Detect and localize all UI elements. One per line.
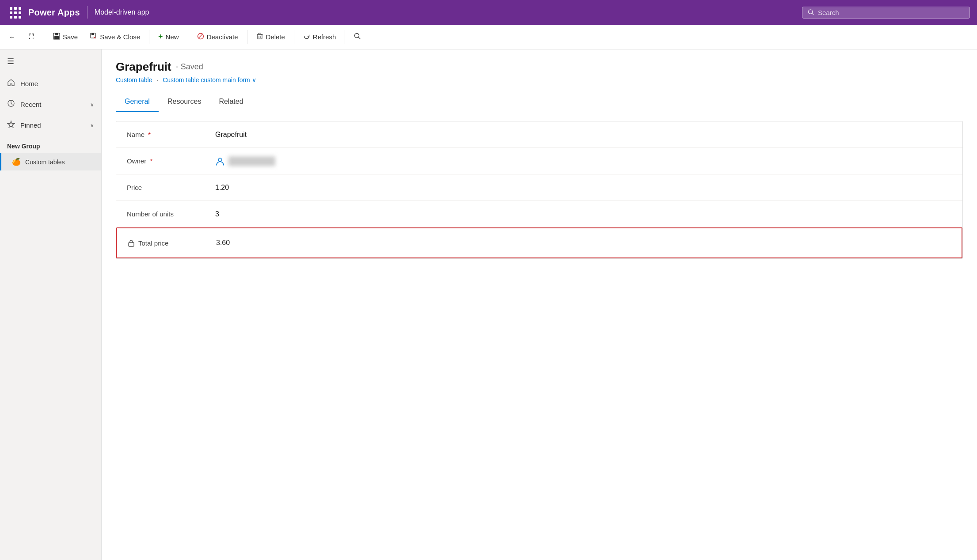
field-price-label: Price	[127, 184, 215, 191]
new-button[interactable]: + New	[153, 30, 184, 44]
sidebar-item-recent[interactable]: Recent ∨	[0, 94, 101, 115]
record-name: Grapefruit	[116, 60, 171, 74]
tab-related[interactable]: Related	[210, 92, 252, 112]
save-close-button[interactable]: Save & Close	[85, 30, 145, 44]
main-layout: ☰ Home Recent ∨	[0, 49, 977, 560]
tab-general-label: General	[125, 98, 150, 105]
search-records-button[interactable]	[349, 30, 366, 44]
pinned-icon	[7, 120, 15, 130]
delete-label: Delete	[266, 33, 285, 41]
field-owner-value[interactable]: OwnerName	[215, 156, 275, 166]
deactivate-icon	[197, 33, 204, 41]
field-total-price-row: Total price 3.60	[116, 227, 962, 258]
search-icon	[808, 9, 814, 16]
expand-icon	[28, 33, 35, 41]
custom-tables-label: Custom tables	[25, 159, 65, 166]
tab-general[interactable]: General	[116, 92, 159, 112]
field-name-value[interactable]: Grapefruit	[215, 131, 247, 139]
pinned-label: Pinned	[20, 121, 41, 129]
save-close-icon	[90, 33, 97, 42]
home-label: Home	[20, 80, 38, 87]
cmd-sep-2	[149, 30, 149, 44]
delete-icon	[256, 33, 263, 41]
sidebar-item-custom-tables[interactable]: 🍊 Custom tables	[0, 153, 101, 170]
svg-rect-3	[55, 33, 58, 35]
home-icon	[7, 79, 15, 89]
new-group-title: New Group	[0, 136, 101, 153]
field-total-price-value: 3.60	[216, 239, 230, 247]
svg-line-15	[359, 38, 361, 39]
field-owner-row: Owner * OwnerName	[116, 148, 962, 174]
svg-point-14	[355, 34, 359, 38]
cmd-sep-5	[294, 30, 294, 44]
record-tabs: General Resources Related	[116, 92, 963, 112]
refresh-label: Refresh	[313, 33, 336, 41]
field-total-price-label: Total price	[128, 239, 216, 247]
hamburger-button[interactable]: ☰	[0, 49, 101, 73]
command-bar: ← Save Save & Close +	[0, 25, 977, 49]
refresh-button[interactable]: Refresh	[298, 30, 342, 44]
field-units-value[interactable]: 3	[215, 210, 219, 218]
field-owner-required: *	[150, 157, 152, 165]
svg-rect-11	[259, 33, 261, 34]
expand-button[interactable]	[23, 30, 40, 44]
record-header: Grapefruit - Saved	[116, 60, 963, 74]
record-breadcrumb: Custom table · Custom table custom main …	[116, 76, 963, 83]
field-name-row: Name * Grapefruit	[116, 121, 962, 148]
search-records-icon	[354, 33, 361, 41]
svg-rect-18	[129, 242, 134, 246]
field-name-label: Name *	[127, 131, 215, 138]
sidebar-item-home[interactable]: Home	[0, 73, 101, 94]
field-name-required: *	[148, 131, 151, 138]
save-label: Save	[63, 33, 78, 41]
svg-rect-6	[91, 33, 94, 35]
delete-button[interactable]: Delete	[251, 30, 290, 44]
field-owner-label: Owner *	[127, 157, 215, 165]
recent-chevron-icon: ∨	[90, 102, 94, 108]
back-button[interactable]: ←	[4, 30, 21, 43]
owner-person-icon	[215, 156, 225, 166]
cmd-sep-6	[345, 30, 345, 44]
new-label: New	[166, 33, 179, 41]
new-icon: +	[158, 32, 163, 42]
custom-tables-icon: 🍊	[12, 158, 21, 166]
cmd-sep-4	[247, 30, 247, 44]
owner-name: OwnerName	[228, 156, 275, 166]
field-units-row: Number of units 3	[116, 201, 962, 227]
header-divider	[87, 6, 87, 19]
save-close-label: Save & Close	[100, 33, 140, 41]
save-icon	[53, 33, 60, 42]
sidebar: ☰ Home Recent ∨	[0, 49, 102, 560]
global-search-box[interactable]	[802, 7, 970, 19]
top-bar: Power Apps Model-driven app	[0, 0, 977, 25]
back-icon: ←	[9, 33, 15, 41]
search-input[interactable]	[818, 9, 964, 16]
breadcrumb-chevron-icon: ∨	[252, 76, 256, 83]
breadcrumb-form-dropdown[interactable]: Custom table custom main form ∨	[163, 76, 256, 83]
record-status: - Saved	[176, 62, 203, 72]
field-price-row: Price 1.20	[116, 174, 962, 201]
svg-line-8	[198, 34, 203, 39]
svg-line-1	[812, 13, 814, 15]
cmd-sep-3	[188, 30, 188, 44]
app-grid-button[interactable]	[7, 4, 23, 20]
save-button[interactable]: Save	[48, 30, 83, 44]
pinned-chevron-icon: ∨	[90, 122, 94, 129]
field-units-label: Number of units	[127, 210, 215, 218]
deactivate-label: Deactivate	[207, 33, 238, 41]
breadcrumb-separator: ·	[156, 76, 158, 83]
deactivate-button[interactable]: Deactivate	[192, 30, 243, 44]
field-price-value[interactable]: 1.20	[215, 184, 229, 192]
sidebar-item-pinned[interactable]: Pinned ∨	[0, 115, 101, 136]
app-logo: Power Apps	[28, 8, 80, 18]
tab-resources-label: Resources	[167, 98, 201, 105]
breadcrumb-form-label: Custom table custom main form	[163, 76, 250, 83]
app-name: Model-driven app	[95, 8, 149, 16]
refresh-icon	[303, 33, 310, 41]
tab-related-label: Related	[219, 98, 243, 105]
breadcrumb-table-link[interactable]: Custom table	[116, 76, 152, 83]
svg-rect-4	[54, 36, 59, 39]
form-section: Name * Grapefruit Owner *	[116, 121, 963, 259]
tab-resources[interactable]: Resources	[159, 92, 210, 112]
main-content: Grapefruit - Saved Custom table · Custom…	[102, 49, 977, 560]
